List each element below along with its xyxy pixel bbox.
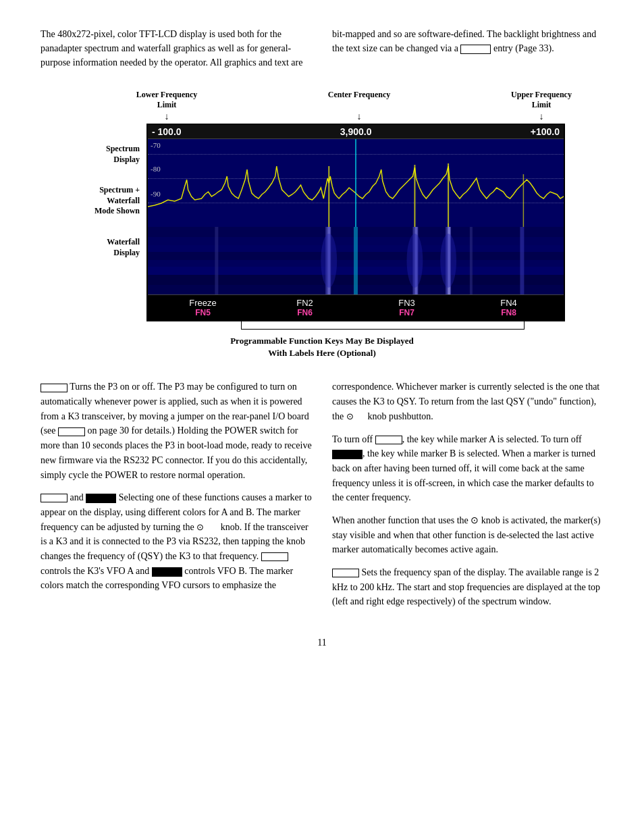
diagram-caption: Programmable Function Keys May Be Displa… — [230, 335, 414, 359]
spectrum-display: - 100.0 3,900.0 +100.0 -70 -80 -90 — [146, 124, 565, 321]
bottom-left: Turns the P3 on or off. The P3 may be co… — [41, 380, 312, 617]
marker-a-box — [41, 494, 68, 502]
fn3-bottom: FN7 — [399, 308, 414, 317]
fn-cell-3: FN3 FN7 — [356, 298, 458, 317]
intro-right-text2: entry (Page 33). — [493, 43, 554, 53]
knob-icon-1: ⊙ — [196, 521, 204, 534]
svg-rect-16 — [354, 227, 358, 294]
knob-icon-2: ⊙ — [346, 410, 354, 423]
svg-rect-23 — [470, 227, 473, 294]
page-content: The 480x272-pixel, color TFT-LCD display… — [41, 27, 603, 648]
diagram-container: Lower FrequencyLimit Center Frequency Up… — [41, 90, 603, 359]
fn4-bottom: FN8 — [501, 308, 516, 317]
svg-rect-22 — [215, 227, 218, 294]
arrow-center: ↓ — [221, 111, 498, 122]
bottom-right-para4: Sets the frequency span of the display. … — [332, 565, 603, 609]
bracket-line — [241, 321, 525, 330]
bottom-right-para2: To turn off , the key while marker A is … — [332, 432, 603, 505]
arrow-lower: ↓ — [113, 111, 221, 122]
vfob-box — [152, 567, 182, 577]
fn1-top: Freeze — [189, 298, 216, 308]
fn3-top: FN3 — [398, 298, 415, 308]
waterfall-svg — [148, 227, 564, 294]
freq-left: - 100.0 — [152, 126, 182, 137]
intro-left: The 480x272-pixel, color TFT-LCD display… — [41, 27, 312, 70]
page-number: 11 — [41, 637, 603, 648]
freq-right: +100.0 — [531, 126, 560, 137]
fn-cell-4: FN4 FN8 — [458, 298, 560, 317]
jumper-ref-box — [58, 427, 85, 436]
marker-b-box — [86, 494, 116, 503]
fn2-bottom: FN6 — [297, 308, 313, 317]
side-label-spectrum: SpectrumDisplay — [79, 144, 140, 165]
arrow-upper: ↓ — [498, 111, 585, 122]
intro-left-text: The 480x272-pixel, color TFT-LCD display… — [41, 29, 302, 68]
vfoa-box — [261, 552, 288, 561]
diagram-with-labels: SpectrumDisplay Spectrum +WaterfallMode … — [79, 124, 565, 321]
waterfall-area — [148, 227, 564, 294]
marker-a-off-box — [375, 436, 402, 444]
fn4-top: FN4 — [500, 298, 517, 308]
fn-cell-1: Freeze FN5 — [152, 298, 254, 317]
label-center-freq: Center Frequency — [221, 90, 498, 110]
label-lower-freq: Lower FrequencyLimit — [113, 90, 221, 110]
span-box — [332, 569, 359, 577]
marker-b-off-box — [332, 450, 363, 459]
bottom-section: Turns the P3 on or off. The P3 may be co… — [41, 380, 603, 617]
bottom-left-para2: and Selecting one of these functions cau… — [41, 490, 312, 593]
fn1-bottom: FN5 — [195, 308, 211, 317]
label-upper-freq: Upper FrequencyLimit — [498, 90, 585, 110]
caption-line1: Programmable Function Keys May Be Displa… — [230, 336, 414, 346]
fn2-top: FN2 — [296, 298, 313, 308]
bottom-left-para1: Turns the P3 on or off. The P3 may be co… — [41, 380, 312, 482]
spectrum-area: -70 -80 -90 — [148, 139, 564, 227]
power-button-box — [41, 384, 68, 392]
fn-cell-2: FN2 FN6 — [254, 298, 356, 317]
spectrum-svg — [148, 139, 564, 227]
side-label-waterfall: WaterfallDisplay — [79, 237, 140, 258]
svg-point-26 — [440, 234, 456, 288]
page-num-text: 11 — [317, 637, 326, 648]
intro-section: The 480x272-pixel, color TFT-LCD display… — [41, 27, 603, 70]
intro-right: bit-mapped and so are software-defined. … — [332, 27, 603, 70]
bottom-right-para3: When another function that uses the ⊙ kn… — [332, 513, 603, 557]
side-label-spectrum-waterfall: Spectrum +WaterfallMode Shown — [79, 185, 140, 217]
bottom-right: correspondence. Whichever marker is curr… — [332, 380, 603, 617]
svg-rect-21 — [520, 227, 524, 294]
caption-line2: With Labels Here (Optional) — [268, 348, 376, 358]
bottom-right-para1: correspondence. Whichever marker is curr… — [332, 380, 603, 423]
freq-bar: - 100.0 3,900.0 +100.0 — [148, 125, 564, 139]
svg-point-24 — [321, 234, 337, 288]
menu-entry-box — [460, 45, 491, 54]
svg-point-25 — [407, 234, 423, 288]
side-labels: SpectrumDisplay Spectrum +WaterfallMode … — [79, 124, 146, 265]
fn-bar: Freeze FN5 FN2 FN6 FN3 FN7 FN4 FN8 — [148, 294, 564, 320]
freq-center: 3,900.0 — [340, 126, 372, 137]
